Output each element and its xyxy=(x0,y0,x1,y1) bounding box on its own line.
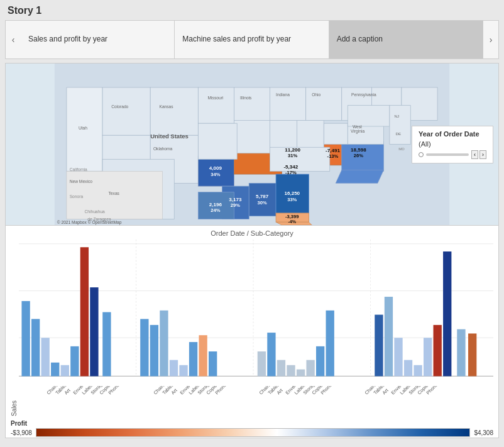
svg-text:California: California xyxy=(70,167,87,172)
year-filter-slider: ‹ › xyxy=(419,150,486,159)
svg-text:31%: 31% xyxy=(288,153,297,158)
svg-text:29%: 29% xyxy=(231,202,240,208)
svg-rect-120 xyxy=(404,360,412,377)
colorbar-min: -$3,908 xyxy=(11,429,32,436)
svg-text:-17%: -17% xyxy=(285,170,297,175)
svg-text:34%: 34% xyxy=(211,172,220,177)
svg-text:18,598: 18,598 xyxy=(351,147,366,153)
svg-text:3,173: 3,173 xyxy=(229,197,242,202)
year-filter-panel: Year of Order Date (All) ‹ › xyxy=(412,126,493,163)
bar-chart-svg: 20K 10K 0K 2018 2019 2020 2021 xyxy=(19,240,493,385)
svg-text:United States: United States xyxy=(150,133,189,140)
svg-text:NJ: NJ xyxy=(395,114,400,118)
svg-rect-30 xyxy=(270,120,297,150)
year-filter-value: (All) xyxy=(419,140,486,148)
year-filter-title: Year of Order Date xyxy=(419,130,486,138)
svg-rect-104 xyxy=(170,360,178,377)
svg-rect-114 xyxy=(306,360,314,377)
svg-marker-35 xyxy=(336,170,383,183)
chart-canvas: 20K 10K 0K 2018 2019 2020 2021 xyxy=(19,240,493,385)
svg-text:Illinois: Illinois xyxy=(240,96,252,100)
svg-text:© 2021 Mapbox © OpenStreetMap: © 2021 Mapbox © OpenStreetMap xyxy=(57,220,122,225)
svg-text:Texas: Texas xyxy=(109,191,120,196)
svg-rect-100 xyxy=(102,312,111,377)
svg-rect-92 xyxy=(21,301,30,377)
next-arrow-button[interactable]: › xyxy=(483,21,498,58)
svg-text:5,787: 5,787 xyxy=(256,194,269,199)
main-content: Utah Colorado Kansas Oklahoma Texas New … xyxy=(5,63,499,438)
slider-handle[interactable] xyxy=(419,152,424,157)
svg-rect-95 xyxy=(51,363,59,377)
y-axis-label: Sales xyxy=(11,240,18,416)
svg-rect-32 xyxy=(234,120,270,153)
svg-text:2019: 2019 xyxy=(187,240,202,240)
svg-rect-102 xyxy=(150,325,158,377)
svg-rect-107 xyxy=(199,335,207,376)
slider-arrow-buttons: ‹ › xyxy=(471,150,486,159)
nav-bar: ‹ Sales and profit by year Machine sales… xyxy=(5,20,499,59)
nav-item-1[interactable]: Sales and profit by year xyxy=(21,21,175,58)
svg-text:30%: 30% xyxy=(258,200,267,206)
svg-text:Missouri: Missouri xyxy=(208,96,224,100)
svg-text:Chihuahua: Chihuahua xyxy=(84,209,104,214)
svg-rect-99 xyxy=(90,287,98,376)
svg-text:11,200: 11,200 xyxy=(285,147,300,153)
slider-next-button[interactable]: › xyxy=(479,150,486,159)
svg-text:Ohio: Ohio xyxy=(312,92,320,97)
svg-rect-2 xyxy=(102,87,150,135)
svg-rect-123 xyxy=(434,325,442,377)
svg-text:-3,399: -3,399 xyxy=(285,214,299,219)
colorbar-max: $4,308 xyxy=(474,429,493,436)
svg-rect-122 xyxy=(424,338,432,376)
svg-rect-108 xyxy=(209,351,217,376)
svg-rect-3 xyxy=(150,87,198,135)
colorbar-gradient xyxy=(36,428,470,437)
svg-rect-8 xyxy=(198,87,234,123)
svg-rect-111 xyxy=(277,360,285,377)
svg-rect-26 xyxy=(324,123,348,144)
colorbar-label: Profit xyxy=(11,420,493,427)
colorbar-wrap: -$3,908 $4,308 xyxy=(11,428,493,437)
svg-rect-29 xyxy=(390,106,410,145)
x-labels-svg: Chairs Tables Art Envelopes Labels Stora… xyxy=(19,386,493,417)
chart-inner: 20K 10K 0K 2018 2019 2020 2021 xyxy=(19,240,493,416)
map-section: Utah Colorado Kansas Oklahoma Texas New … xyxy=(6,63,498,226)
nav-item-2[interactable]: Machine sales and profit by year xyxy=(175,21,329,58)
colorbar-section: Profit -$3,908 $4,308 xyxy=(6,419,498,438)
svg-text:MD: MD xyxy=(398,146,405,151)
svg-text:2021: 2021 xyxy=(422,240,437,240)
svg-rect-112 xyxy=(287,365,295,377)
svg-rect-110 xyxy=(267,333,275,376)
svg-rect-31 xyxy=(297,120,324,150)
nav-item-3[interactable]: Add a caption xyxy=(329,21,483,58)
svg-text:26%: 26% xyxy=(354,153,363,158)
svg-rect-94 xyxy=(41,338,50,376)
svg-rect-115 xyxy=(316,346,324,377)
svg-rect-124 xyxy=(443,251,451,376)
svg-rect-33 xyxy=(198,123,237,159)
svg-text:Pennsylvania: Pennsylvania xyxy=(351,92,376,97)
svg-rect-93 xyxy=(31,319,40,376)
svg-text:24%: 24% xyxy=(211,207,220,213)
svg-text:Sonora: Sonora xyxy=(70,194,84,199)
x-axis-labels: Chairs Tables Art Envelopes Labels Stora… xyxy=(19,385,493,416)
prev-arrow-button[interactable]: ‹ xyxy=(6,21,21,58)
svg-text:-7,491: -7,491 xyxy=(326,148,340,153)
svg-rect-28 xyxy=(348,106,390,126)
svg-rect-119 xyxy=(394,338,402,376)
svg-text:Oklahoma: Oklahoma xyxy=(153,146,173,151)
svg-text:New Mexico: New Mexico xyxy=(70,179,93,184)
chart-area: Sales 20K 10K 0K xyxy=(11,240,493,416)
svg-rect-126 xyxy=(468,333,476,376)
svg-rect-109 xyxy=(258,351,266,376)
svg-text:Virginia: Virginia xyxy=(351,129,364,134)
svg-text:Colorado: Colorado xyxy=(111,104,128,109)
svg-text:-5,342: -5,342 xyxy=(283,164,298,170)
svg-text:Utah: Utah xyxy=(79,126,87,130)
svg-rect-113 xyxy=(297,370,305,377)
slider-prev-button[interactable]: ‹ xyxy=(471,150,478,159)
svg-rect-9 xyxy=(234,87,270,123)
svg-text:2020: 2020 xyxy=(304,240,320,240)
svg-text:4,009: 4,009 xyxy=(209,165,222,171)
svg-rect-117 xyxy=(375,315,383,377)
